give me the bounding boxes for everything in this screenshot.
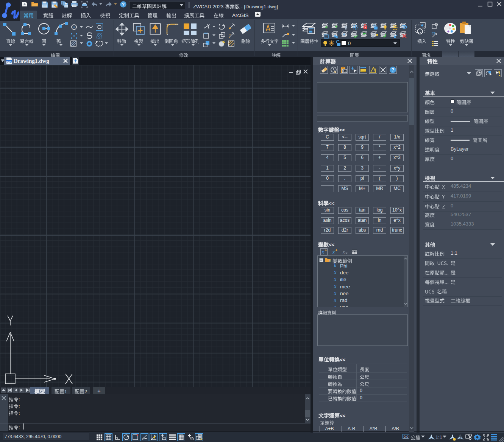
svg-text:?: ? xyxy=(122,2,125,7)
svg-text:DWG: DWG xyxy=(6,61,12,63)
svg-text:x: x xyxy=(332,249,335,255)
svg-text:x: x xyxy=(342,249,345,255)
svg-text:x: x xyxy=(321,249,324,255)
svg-text:?: ? xyxy=(392,67,395,73)
